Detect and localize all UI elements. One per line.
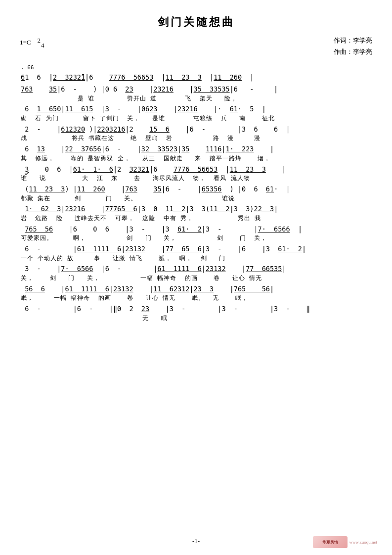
- lyrics-row-4: 其 修远， 靠的 是智勇双 全， 从三 国献走 来 踏平一路烽 烟，: [21, 155, 371, 163]
- watermark-url: www.zuoqu.net: [349, 540, 377, 545]
- lyrics-row-5: 谁 说 大 江 东 去 淘尽风流人 物， 看风 流人物: [21, 175, 371, 183]
- time-sig: 24: [38, 39, 44, 47]
- notes-row-4: 6 13 |22 37656|6 - |32 33523|35 1116|1· …: [21, 144, 371, 155]
- notes-row-10: 3 - |7· 6566 |6 - |61 1111 6|23132 |77 6…: [21, 264, 371, 275]
- lyrics-row-7: 岩 危路 险 连峰去天不 可攀， 这险 中有 秀， 秀出 我: [21, 215, 371, 223]
- music-row-3: 2 - |612320 )|2203216|2 15 6 |6 - |3 6 6…: [21, 124, 371, 143]
- music-row-5: 3 0 6 |61· 1· 6|2 32321|6 7776 56653 |11…: [21, 164, 371, 183]
- notes-row-1: 763 35|6 - ) |0 6 23 |23216 |35 33535|6 …: [21, 84, 371, 95]
- notes-row-0: ♩=66 61 6 |2 3232̄1|6 7776 56653 |11 23 …: [21, 62, 371, 83]
- music-row-11: 56 6 |61 1111 6|23132 |11 62312|23 3 |76…: [21, 284, 371, 303]
- lyrics-row-11: 眠， 一幅 幅神奇 的画 卷 让心 情无 眠。 无 眠，: [21, 294, 371, 303]
- lyrics-row-8: 可爱家园。 啊， 剑 门 关， 剑 门 关，: [21, 234, 371, 243]
- lyrics-row-12: 无 眠: [21, 315, 371, 323]
- music-row-8: 765 56 |6 0 6 |3 - |3 61· 2|3 - |7· 6566…: [21, 224, 371, 243]
- notes-row-12: 6 - |6 - |‖0 2 23 |3 - |3 - |3 - ‖: [21, 304, 371, 315]
- music-row-9: 6 - |61 1111 6|23132 |77 65 6|3 - |6 |3 …: [21, 244, 371, 263]
- page-title: 剑门关随想曲: [20, 15, 372, 30]
- notes-row-2: 6 1 650|11 615 |3 - |0623 |23216 |· 61· …: [21, 104, 371, 115]
- music-row-7: 1· 62 3|23216 |77765 6|3 0 11 2|3 3(11 2…: [21, 204, 371, 223]
- notes-row-8: 765 56 |6 0 6 |3 - |3 61· 2|3 - |7· 6566…: [21, 224, 371, 235]
- music-row-6: (11 23 3) |11 260 |763 35|6 - |65356 ) |…: [21, 184, 371, 203]
- lyrics-row-10: 关， 剑 门 关， 一幅 幅神奇 的画 卷 让心 情无: [21, 275, 371, 283]
- notes-row-11: 56 6 |61 1111 6|23132 |11 62312|23 3 |76…: [21, 284, 371, 295]
- lyrics-row-1: 是 谁 劈开山 道 飞 架天 险，: [21, 95, 371, 103]
- music-row-10: 3 - |7· 6566 |6 - |61 1111 6|23132 |77 6…: [21, 264, 371, 282]
- key-label: 1=C: [20, 39, 31, 46]
- lyrics-row-9: 一个 个动人的 故 事 让激 情飞 溅， 啊， 剑 门: [21, 255, 371, 263]
- notes-row-6: (11 23 3) |11 260 |763 35|6 - |65356 ) |…: [21, 184, 371, 195]
- lyrics-row-3: 战 将兵 书藏在这 绝 壁峭 岩 路 漫 漫: [21, 135, 371, 143]
- music-row-1: 763 35|6 - ) |0 6 23 |23216 |35 33535|6 …: [21, 84, 371, 103]
- notes-row-9: 6 - |61 1111 6|23132 |77 65 6|3 - |6 |3 …: [21, 244, 371, 255]
- notes-row-3: 2 - |612320 )|2203216|2 15 6 |6 - |3 6 6…: [21, 124, 371, 135]
- music-row-4: 6 13 |22 37656|6 - |32 33523|35 1116|1· …: [21, 144, 371, 163]
- music-row-2: 6 1 650|11 615 |3 - |0623 |23216 |· 61· …: [21, 104, 371, 123]
- score-container: ♩=66 61 6 |2 3232̄1|6 7776 56653 |11 23 …: [20, 62, 372, 323]
- watermark: 华夏风情 www.zuoqu.net: [313, 536, 377, 548]
- music-row-12: 6 - |6 - |‖0 2 23 |3 - |3 - |3 - ‖ 无 眠: [21, 304, 371, 323]
- key-time-info: 1=C 24: [20, 35, 44, 51]
- page: 剑门关随想曲 1=C 24 作词：李学亮 作曲：李学亮 ♩=66 61 6 |2…: [0, 0, 392, 555]
- notes-row-7: 1· 62 3|23216 |77765 6|3 0 11 2|3 3(11 2…: [21, 204, 371, 215]
- composer-info: 作词：李学亮 作曲：李学亮: [334, 35, 372, 58]
- notes-row-5: 3 0 6 |61· 1· 6|2 32321|6 7776 56653 |11…: [21, 164, 371, 175]
- music-row-0: ♩=66 61 6 |2 3232̄1|6 7776 56653 |11 23 …: [21, 62, 371, 83]
- lyrics-row-6: 都聚 集在 剑 门 关。 谁说: [21, 195, 371, 203]
- page-number: -1-: [192, 537, 200, 545]
- lyrics-row-2: 砌 石 为门 留下 了剑门 关， 是谁 屯粮练 兵 南 征北: [21, 115, 371, 123]
